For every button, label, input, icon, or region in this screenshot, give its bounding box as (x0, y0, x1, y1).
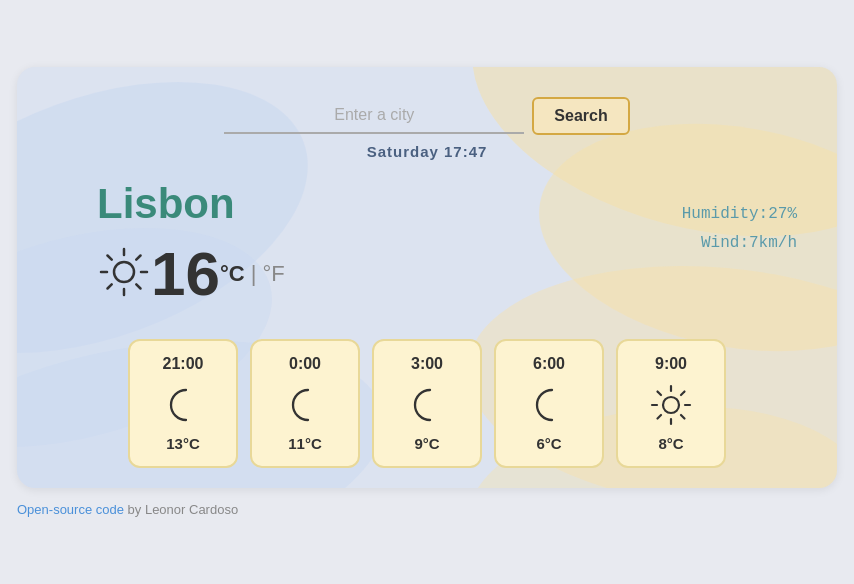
city-temp-section: Lisbon (97, 180, 285, 309)
datetime-display: Saturday 17:47 (367, 143, 488, 160)
temp-unit-celsius[interactable]: °C (220, 261, 245, 287)
temperature-value: 16 (151, 238, 220, 309)
hourly-card: 6:00 6°C (494, 339, 604, 468)
sun-icon (640, 383, 702, 427)
moon-icon (152, 383, 214, 427)
weather-card: Search Saturday 17:47 Lisbon (17, 67, 837, 488)
svg-line-13 (136, 284, 140, 288)
city-input[interactable] (224, 98, 524, 134)
svg-point-7 (114, 262, 134, 282)
hourly-time: 6:00 (518, 355, 580, 373)
hourly-temp: 11°C (274, 435, 336, 452)
hourly-forecast-row: 21:00 13°C0:00 11°C3:00 9°C6:00 6°C9:00 … (57, 339, 797, 468)
hourly-time: 21:00 (152, 355, 214, 373)
svg-point-16 (663, 397, 679, 413)
hourly-card: 9:00 8°C (616, 339, 726, 468)
sun-icon-main (97, 245, 151, 303)
hourly-time: 3:00 (396, 355, 458, 373)
opensource-link[interactable]: Open-source code (17, 502, 124, 517)
svg-line-14 (136, 255, 140, 259)
weather-main: Lisbon (97, 180, 797, 309)
search-button[interactable]: Search (532, 97, 629, 135)
svg-line-24 (658, 415, 662, 419)
search-row: Search (224, 97, 629, 135)
hourly-temp: 8°C (640, 435, 702, 452)
footer-author: by Leonor Cardoso (124, 502, 238, 517)
svg-line-22 (681, 415, 685, 419)
humidity-stat: Humidity:27% (682, 200, 797, 229)
moon-icon (274, 383, 336, 427)
hourly-time: 9:00 (640, 355, 702, 373)
hourly-temp: 9°C (396, 435, 458, 452)
temp-unit-separator: | (251, 261, 257, 287)
app-container: Search Saturday 17:47 Lisbon (0, 0, 854, 584)
svg-line-21 (658, 392, 662, 396)
hourly-card: 3:00 9°C (372, 339, 482, 468)
temp-unit-fahrenheit[interactable]: °F (262, 261, 284, 287)
search-area: Search Saturday 17:47 (57, 97, 797, 160)
stats-section: Humidity:27% Wind:7km/h (682, 180, 797, 258)
footer: Open-source code by Leonor Cardoso (17, 502, 837, 517)
moon-icon (396, 383, 458, 427)
wind-stat: Wind:7km/h (682, 229, 797, 258)
hourly-temp: 6°C (518, 435, 580, 452)
hourly-card: 21:00 13°C (128, 339, 238, 468)
city-name: Lisbon (97, 180, 285, 228)
svg-line-15 (108, 284, 112, 288)
hourly-time: 0:00 (274, 355, 336, 373)
card-content: Search Saturday 17:47 Lisbon (57, 97, 797, 468)
moon-icon (518, 383, 580, 427)
svg-line-23 (681, 392, 685, 396)
hourly-temp: 13°C (152, 435, 214, 452)
temp-row: 16 °C | °F (97, 238, 285, 309)
svg-line-12 (108, 255, 112, 259)
hourly-card: 0:00 11°C (250, 339, 360, 468)
